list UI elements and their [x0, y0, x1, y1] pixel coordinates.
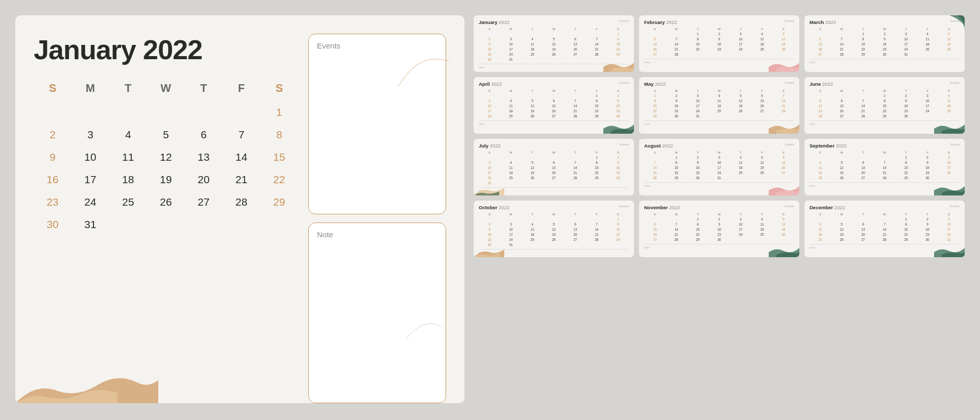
mini-cal-day[interactable]: 24 — [938, 170, 960, 175]
mini-cal-day[interactable]: 11 — [500, 165, 522, 170]
mini-cal-day[interactable]: 26 — [543, 52, 565, 57]
mini-cal-day[interactable]: 17 — [895, 41, 917, 46]
main-cal-day[interactable]: 12 — [147, 146, 185, 168]
mini-cal-day[interactable]: 2 — [607, 93, 629, 98]
mini-cal-day[interactable]: 28 — [773, 108, 794, 113]
mini-cal-day[interactable]: 23 — [874, 46, 895, 52]
mini-cal-day[interactable]: 13 — [644, 41, 666, 46]
mini-cal-day[interactable]: 12 — [831, 227, 852, 232]
mini-cal-day[interactable]: 3 — [708, 155, 730, 160]
mini-cal-day[interactable]: 19 — [773, 227, 794, 232]
mini-cal-day[interactable]: 27 — [565, 52, 586, 57]
mini-cal-day[interactable]: 2 — [687, 155, 708, 160]
mini-cal-day[interactable]: 10 — [895, 36, 917, 41]
mini-cal-day[interactable]: 25 — [810, 237, 831, 242]
main-cal-day[interactable]: 23 — [34, 191, 71, 213]
main-cal-day[interactable] — [147, 101, 185, 123]
mini-cal-day[interactable]: 27 — [543, 113, 565, 118]
mini-cal-day[interactable]: 15 — [874, 103, 895, 108]
mini-cal-day[interactable]: 6 — [644, 221, 666, 227]
main-cal-day[interactable]: 19 — [147, 168, 185, 191]
mini-cal-day[interactable]: 2 — [708, 31, 730, 36]
mini-cal-day[interactable]: 29 — [666, 175, 687, 180]
mini-cal-day[interactable]: 5 — [522, 160, 543, 165]
mini-cal-day[interactable]: 14 — [565, 103, 586, 108]
mini-cal-day[interactable] — [586, 216, 607, 221]
mini-cal-day[interactable] — [565, 180, 586, 185]
mini-cal-day[interactable]: 20 — [644, 46, 666, 52]
mini-cal-day[interactable]: 27 — [644, 52, 666, 57]
mini-cal-day[interactable]: 25 — [522, 237, 543, 242]
mini-cal-day[interactable]: 9 — [666, 98, 687, 103]
mini-cal-day[interactable]: 10 — [730, 221, 751, 227]
mini-cal-day[interactable]: 23 — [479, 237, 500, 242]
mini-cal-day[interactable]: 30 — [917, 237, 938, 242]
mini-cal-day[interactable] — [500, 155, 522, 160]
mini-cal-day[interactable]: 4 — [522, 36, 543, 41]
mini-cal-day[interactable]: 4 — [500, 98, 522, 103]
mini-cal-day[interactable] — [565, 31, 586, 36]
mini-cal-day[interactable] — [607, 242, 629, 247]
mini-cal-day[interactable]: 21 — [773, 103, 794, 108]
mini-cal-day[interactable]: 4 — [917, 31, 938, 36]
mini-cal-day[interactable]: 24 — [730, 46, 751, 52]
mini-cal-day[interactable]: 29 — [874, 113, 895, 118]
mini-cal-day[interactable]: 6 — [773, 155, 794, 160]
mini-cal-day[interactable]: 12 — [810, 103, 831, 108]
mini-cal-day[interactable]: 20 — [831, 108, 852, 113]
mini-cal-day[interactable]: 3 — [479, 160, 500, 165]
mini-cal-day[interactable]: 15 — [895, 227, 917, 232]
mini-cal-day[interactable] — [773, 52, 794, 57]
mini-cal-day[interactable]: 8 — [895, 160, 917, 165]
mini-cal-day[interactable] — [543, 155, 565, 160]
mini-cal-day[interactable]: 5 — [522, 98, 543, 103]
mini-cal-day[interactable]: 16 — [666, 103, 687, 108]
mini-cal-day[interactable]: 26 — [810, 113, 831, 118]
mini-cal-day[interactable]: 4 — [708, 93, 730, 98]
mini-cal-day[interactable]: 28 — [586, 52, 607, 57]
mini-cal-day[interactable] — [522, 57, 543, 62]
mini-cal-day[interactable]: 26 — [773, 232, 794, 237]
mini-cal-day[interactable]: 11 — [938, 98, 960, 103]
mini-cal-day[interactable]: 21 — [874, 170, 895, 175]
mini-cal-day[interactable]: 5 — [543, 221, 565, 227]
mini-cal-day[interactable]: 30 — [479, 57, 500, 62]
main-cal-day[interactable] — [260, 213, 298, 236]
mini-cal-day[interactable] — [543, 93, 565, 98]
mini-cal-day[interactable]: 10 — [938, 221, 960, 227]
mini-cal-day[interactable]: 1 — [644, 93, 666, 98]
mini-cal-day[interactable]: 28 — [666, 52, 687, 57]
mini-cal-day[interactable]: 4 — [730, 155, 751, 160]
mini-cal-day[interactable]: 4 — [522, 221, 543, 227]
mini-cal-day[interactable]: 11 — [500, 103, 522, 108]
mini-cal-day[interactable]: 11 — [522, 41, 543, 46]
main-cal-day[interactable] — [185, 213, 223, 236]
mini-cal-day[interactable]: 5 — [773, 31, 794, 36]
mini-cal-day[interactable]: 6 — [810, 36, 831, 41]
mini-cal-day[interactable]: 31 — [687, 113, 708, 118]
mini-cal-day[interactable]: 21 — [586, 232, 607, 237]
mini-cal-day[interactable]: 18 — [500, 108, 522, 113]
mini-cal-day[interactable]: 27 — [644, 237, 666, 242]
mini-cal-day[interactable]: 20 — [644, 232, 666, 237]
mini-cal-day[interactable]: 12 — [831, 165, 852, 170]
mini-cal-day[interactable]: 8 — [687, 221, 708, 227]
mini-cal-day[interactable]: 1 — [666, 155, 687, 160]
mini-cal-day[interactable]: 23 — [607, 170, 629, 175]
mini-cal-day[interactable]: 19 — [543, 232, 565, 237]
mini-cal-day[interactable]: 28 — [565, 113, 586, 118]
mini-cal-day[interactable]: 22 — [666, 170, 687, 175]
mini-cal-day[interactable]: 11 — [917, 36, 938, 41]
mini-cal-day[interactable]: 8 — [874, 98, 895, 103]
mini-cal-day[interactable]: 15 — [895, 165, 917, 170]
mini-cal-day[interactable]: 16 — [917, 227, 938, 232]
mini-cal-day[interactable]: 31 — [708, 175, 730, 180]
mini-cal-day[interactable]: 29 — [586, 175, 607, 180]
mini-cal-day[interactable]: 6 — [852, 160, 874, 165]
mini-cal-day[interactable]: 6 — [751, 93, 773, 98]
mini-cal-day[interactable]: 3 — [500, 36, 522, 41]
mini-cal-day[interactable]: 6 — [831, 98, 852, 103]
mini-cal-day[interactable] — [479, 31, 500, 36]
mini-cal-day[interactable]: 2 — [917, 216, 938, 221]
mini-cal-day[interactable]: 24 — [500, 52, 522, 57]
